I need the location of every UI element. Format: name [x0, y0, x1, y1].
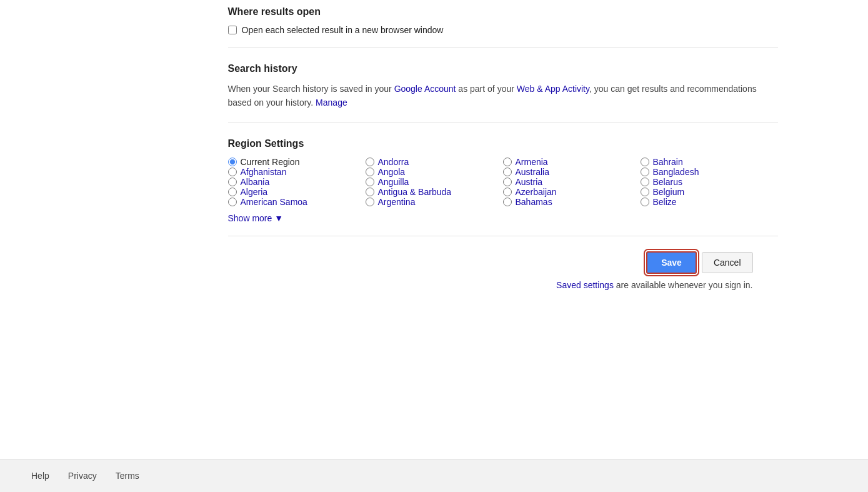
- footer: Help Privacy Terms: [0, 459, 868, 492]
- saved-settings-link[interactable]: Saved settings: [556, 280, 614, 290]
- radio-row-afghanistan: Afghanistan: [228, 167, 366, 177]
- radio-row-albania: Albania: [228, 177, 366, 187]
- label-current-region: Current Region: [241, 157, 300, 167]
- new-window-label: Open each selected result in a new brows…: [242, 25, 444, 35]
- new-window-checkbox[interactable]: [228, 26, 237, 34]
- label-belgium: Belgium: [653, 187, 685, 197]
- radio-row-belize: Belize: [641, 197, 778, 207]
- footer-help-link[interactable]: Help: [31, 471, 49, 481]
- label-andorra: Andorra: [378, 157, 409, 167]
- label-austria: Austria: [516, 177, 543, 187]
- actions-row: Save Cancel: [228, 251, 778, 274]
- search-history-title: Search history: [228, 63, 778, 74]
- radio-albania[interactable]: [228, 178, 237, 186]
- radio-american-samoa[interactable]: [228, 198, 237, 206]
- radio-row-belarus: Belarus: [641, 177, 778, 187]
- label-azerbaijan: Azerbaijan: [516, 187, 557, 197]
- radio-row-armenia: Armenia: [503, 157, 641, 167]
- region-column-3: Armenia Australia Austria Azerbaijan Bah…: [503, 157, 641, 207]
- label-algeria: Algeria: [241, 187, 268, 197]
- manage-link[interactable]: Manage: [316, 98, 347, 108]
- radio-row-argentina: Argentina: [366, 197, 503, 207]
- radio-angola[interactable]: [366, 168, 374, 176]
- label-bahamas: Bahamas: [516, 197, 552, 207]
- save-button[interactable]: Save: [646, 251, 697, 274]
- chevron-down-icon: ▼: [274, 213, 283, 223]
- radio-belgium[interactable]: [641, 188, 649, 196]
- radio-bahamas[interactable]: [503, 198, 512, 206]
- radio-row-azerbaijan: Azerbaijan: [503, 187, 641, 197]
- footer-terms-link[interactable]: Terms: [116, 471, 139, 481]
- label-angola: Angola: [378, 167, 406, 177]
- divider-3: [228, 236, 778, 236]
- label-afghanistan: Afghanistan: [241, 167, 287, 177]
- radio-argentina[interactable]: [366, 198, 374, 206]
- radio-bangladesh[interactable]: [641, 168, 649, 176]
- label-armenia: Armenia: [516, 157, 548, 167]
- region-settings-section: Region Settings Current Region Afghanist…: [228, 123, 778, 223]
- radio-azerbaijan[interactable]: [503, 188, 512, 196]
- where-results-title: Where results open: [228, 6, 778, 18]
- radio-row-bahamas: Bahamas: [503, 197, 641, 207]
- radio-bahrain[interactable]: [641, 158, 649, 166]
- radio-andorra[interactable]: [366, 158, 374, 166]
- new-window-checkbox-row: Open each selected result in a new brows…: [228, 25, 778, 35]
- radio-armenia[interactable]: [503, 158, 512, 166]
- show-more-button[interactable]: Show more ▼: [228, 213, 284, 223]
- region-settings-title: Region Settings: [228, 138, 778, 149]
- label-anguilla: Anguilla: [378, 177, 409, 187]
- label-belarus: Belarus: [653, 177, 682, 187]
- region-grid: Current Region Afghanistan Albania Alger…: [228, 157, 778, 207]
- footer-privacy-link[interactable]: Privacy: [68, 471, 97, 481]
- label-belize: Belize: [653, 197, 677, 207]
- label-albania: Albania: [241, 177, 270, 187]
- radio-row-current-region: Current Region: [228, 157, 366, 167]
- radio-australia[interactable]: [503, 168, 512, 176]
- radio-row-austria: Austria: [503, 177, 641, 187]
- google-account-link[interactable]: Google Account: [394, 84, 456, 94]
- radio-belize[interactable]: [641, 198, 649, 206]
- label-antigua: Antigua & Barbuda: [378, 187, 452, 197]
- label-argentina: Argentina: [378, 197, 416, 207]
- region-column-1: Current Region Afghanistan Albania Alger…: [228, 157, 366, 207]
- label-australia: Australia: [516, 167, 549, 177]
- radio-row-australia: Australia: [503, 167, 641, 177]
- radio-belarus[interactable]: [641, 178, 649, 186]
- radio-antigua[interactable]: [366, 188, 374, 196]
- label-american-samoa: American Samoa: [241, 197, 307, 207]
- radio-row-american-samoa: American Samoa: [228, 197, 366, 207]
- radio-row-anguilla: Anguilla: [366, 177, 503, 187]
- radio-afghanistan[interactable]: [228, 168, 237, 176]
- radio-row-andorra: Andorra: [366, 157, 503, 167]
- saved-settings-description: are available whenever you sign in.: [616, 280, 753, 290]
- radio-row-bahrain: Bahrain: [641, 157, 778, 167]
- radio-row-algeria: Algeria: [228, 187, 366, 197]
- radio-current-region[interactable]: [228, 158, 237, 166]
- web-app-activity-link[interactable]: Web & App Activity: [517, 84, 589, 94]
- radio-anguilla[interactable]: [366, 178, 374, 186]
- region-column-4: Bahrain Bangladesh Belarus Belgium Beliz…: [641, 157, 778, 207]
- saved-settings-text: Saved settings are available whenever yo…: [228, 280, 778, 290]
- where-results-section: Where results open Open each selected re…: [228, 0, 778, 35]
- search-history-description: When your Search history is saved in you…: [228, 82, 778, 110]
- label-bahrain: Bahrain: [653, 157, 683, 167]
- cancel-button[interactable]: Cancel: [702, 252, 753, 273]
- region-column-2: Andorra Angola Anguilla Antigua & Barbud…: [366, 157, 503, 207]
- radio-row-bangladesh: Bangladesh: [641, 167, 778, 177]
- search-history-section: Search history When your Search history …: [228, 48, 778, 110]
- radio-row-antigua: Antigua & Barbuda: [366, 187, 503, 197]
- show-more-label: Show more: [228, 213, 272, 223]
- radio-austria[interactable]: [503, 178, 512, 186]
- label-bangladesh: Bangladesh: [653, 167, 699, 177]
- radio-row-belgium: Belgium: [641, 187, 778, 197]
- radio-row-angola: Angola: [366, 167, 503, 177]
- radio-algeria[interactable]: [228, 188, 237, 196]
